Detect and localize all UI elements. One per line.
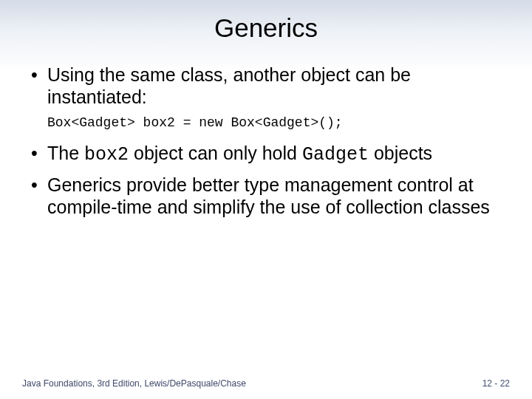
footer-source: Java Foundations, 3rd Edition, Lewis/DeP… (22, 378, 246, 389)
bullet-item-3: Generics provide better type management … (30, 174, 510, 218)
slide-footer: Java Foundations, 3rd Edition, Lewis/DeP… (22, 378, 510, 389)
slide-container: Generics Using the same class, another o… (0, 0, 532, 399)
slide-title: Generics (22, 13, 510, 43)
code-snippet-1: Box<Gadget> box2 = new Box<Gadget>(); (22, 115, 510, 130)
bullet-item-2: The box2 object can only hold Gadget obj… (30, 142, 510, 166)
bullet-list: Using the same class, another object can… (22, 64, 510, 108)
bullet-2-text-pre: The (47, 143, 84, 163)
bullet-2-text-mid: object can only hold (129, 143, 302, 163)
footer-page-number: 12 - 22 (482, 378, 510, 389)
bullet-2-text-post: objects (369, 143, 432, 163)
bullet-2-code-1: box2 (84, 144, 129, 166)
bullet-item-1: Using the same class, another object can… (30, 64, 510, 108)
bullet-2-code-2: Gadget (302, 144, 369, 166)
bullet-list-2: The box2 object can only hold Gadget obj… (22, 142, 510, 218)
